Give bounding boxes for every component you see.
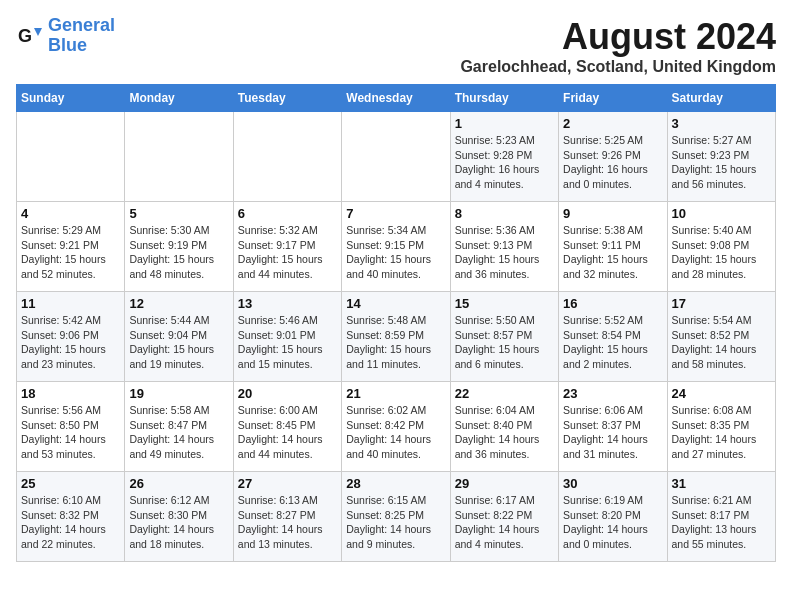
day-number: 25 — [21, 476, 120, 491]
day-info: Sunrise: 5:38 AM Sunset: 9:11 PM Dayligh… — [563, 223, 662, 282]
day-number: 28 — [346, 476, 445, 491]
day-cell: 2Sunrise: 5:25 AM Sunset: 9:26 PM Daylig… — [559, 112, 667, 202]
day-number: 29 — [455, 476, 554, 491]
svg-text:G: G — [18, 26, 32, 46]
day-info: Sunrise: 5:34 AM Sunset: 9:15 PM Dayligh… — [346, 223, 445, 282]
svg-marker-1 — [34, 28, 42, 36]
logo-icon: G — [16, 22, 44, 50]
day-number: 15 — [455, 296, 554, 311]
day-number: 21 — [346, 386, 445, 401]
col-saturday: Saturday — [667, 85, 775, 112]
day-cell: 6Sunrise: 5:32 AM Sunset: 9:17 PM Daylig… — [233, 202, 341, 292]
month-title: August 2024 — [460, 16, 776, 58]
day-number: 4 — [21, 206, 120, 221]
col-monday: Monday — [125, 85, 233, 112]
day-number: 22 — [455, 386, 554, 401]
day-cell: 25Sunrise: 6:10 AM Sunset: 8:32 PM Dayli… — [17, 472, 125, 562]
day-cell: 24Sunrise: 6:08 AM Sunset: 8:35 PM Dayli… — [667, 382, 775, 472]
day-info: Sunrise: 6:08 AM Sunset: 8:35 PM Dayligh… — [672, 403, 771, 462]
header: G General Blue August 2024 Garelochhead,… — [16, 16, 776, 76]
day-cell — [125, 112, 233, 202]
day-number: 2 — [563, 116, 662, 131]
day-cell: 4Sunrise: 5:29 AM Sunset: 9:21 PM Daylig… — [17, 202, 125, 292]
day-cell: 8Sunrise: 5:36 AM Sunset: 9:13 PM Daylig… — [450, 202, 558, 292]
day-cell: 16Sunrise: 5:52 AM Sunset: 8:54 PM Dayli… — [559, 292, 667, 382]
logo-line1: General — [48, 15, 115, 35]
title-area: August 2024 Garelochhead, Scotland, Unit… — [460, 16, 776, 76]
day-info: Sunrise: 5:42 AM Sunset: 9:06 PM Dayligh… — [21, 313, 120, 372]
day-info: Sunrise: 6:15 AM Sunset: 8:25 PM Dayligh… — [346, 493, 445, 552]
day-cell: 22Sunrise: 6:04 AM Sunset: 8:40 PM Dayli… — [450, 382, 558, 472]
day-number: 12 — [129, 296, 228, 311]
day-info: Sunrise: 5:40 AM Sunset: 9:08 PM Dayligh… — [672, 223, 771, 282]
day-cell — [17, 112, 125, 202]
day-info: Sunrise: 5:46 AM Sunset: 9:01 PM Dayligh… — [238, 313, 337, 372]
day-info: Sunrise: 5:50 AM Sunset: 8:57 PM Dayligh… — [455, 313, 554, 372]
day-cell: 15Sunrise: 5:50 AM Sunset: 8:57 PM Dayli… — [450, 292, 558, 382]
day-number: 19 — [129, 386, 228, 401]
day-number: 14 — [346, 296, 445, 311]
logo-line2: Blue — [48, 35, 87, 55]
day-number: 23 — [563, 386, 662, 401]
calendar-table: Sunday Monday Tuesday Wednesday Thursday… — [16, 84, 776, 562]
day-info: Sunrise: 6:02 AM Sunset: 8:42 PM Dayligh… — [346, 403, 445, 462]
week-row-5: 25Sunrise: 6:10 AM Sunset: 8:32 PM Dayli… — [17, 472, 776, 562]
day-info: Sunrise: 5:58 AM Sunset: 8:47 PM Dayligh… — [129, 403, 228, 462]
day-info: Sunrise: 5:44 AM Sunset: 9:04 PM Dayligh… — [129, 313, 228, 372]
day-cell: 11Sunrise: 5:42 AM Sunset: 9:06 PM Dayli… — [17, 292, 125, 382]
col-friday: Friday — [559, 85, 667, 112]
day-number: 6 — [238, 206, 337, 221]
day-info: Sunrise: 6:00 AM Sunset: 8:45 PM Dayligh… — [238, 403, 337, 462]
day-number: 31 — [672, 476, 771, 491]
day-number: 3 — [672, 116, 771, 131]
week-row-1: 1Sunrise: 5:23 AM Sunset: 9:28 PM Daylig… — [17, 112, 776, 202]
day-cell: 1Sunrise: 5:23 AM Sunset: 9:28 PM Daylig… — [450, 112, 558, 202]
day-cell: 10Sunrise: 5:40 AM Sunset: 9:08 PM Dayli… — [667, 202, 775, 292]
day-number: 8 — [455, 206, 554, 221]
day-info: Sunrise: 5:29 AM Sunset: 9:21 PM Dayligh… — [21, 223, 120, 282]
day-cell: 28Sunrise: 6:15 AM Sunset: 8:25 PM Dayli… — [342, 472, 450, 562]
day-cell: 18Sunrise: 5:56 AM Sunset: 8:50 PM Dayli… — [17, 382, 125, 472]
day-info: Sunrise: 6:19 AM Sunset: 8:20 PM Dayligh… — [563, 493, 662, 552]
day-cell: 27Sunrise: 6:13 AM Sunset: 8:27 PM Dayli… — [233, 472, 341, 562]
day-info: Sunrise: 5:56 AM Sunset: 8:50 PM Dayligh… — [21, 403, 120, 462]
day-cell: 14Sunrise: 5:48 AM Sunset: 8:59 PM Dayli… — [342, 292, 450, 382]
day-info: Sunrise: 5:27 AM Sunset: 9:23 PM Dayligh… — [672, 133, 771, 192]
day-cell: 5Sunrise: 5:30 AM Sunset: 9:19 PM Daylig… — [125, 202, 233, 292]
day-cell — [233, 112, 341, 202]
day-cell: 21Sunrise: 6:02 AM Sunset: 8:42 PM Dayli… — [342, 382, 450, 472]
day-info: Sunrise: 5:48 AM Sunset: 8:59 PM Dayligh… — [346, 313, 445, 372]
col-tuesday: Tuesday — [233, 85, 341, 112]
calendar-header: Sunday Monday Tuesday Wednesday Thursday… — [17, 85, 776, 112]
day-number: 16 — [563, 296, 662, 311]
day-number: 1 — [455, 116, 554, 131]
day-info: Sunrise: 5:23 AM Sunset: 9:28 PM Dayligh… — [455, 133, 554, 192]
day-info: Sunrise: 6:06 AM Sunset: 8:37 PM Dayligh… — [563, 403, 662, 462]
day-number: 5 — [129, 206, 228, 221]
day-info: Sunrise: 6:17 AM Sunset: 8:22 PM Dayligh… — [455, 493, 554, 552]
day-number: 27 — [238, 476, 337, 491]
location-title: Garelochhead, Scotland, United Kingdom — [460, 58, 776, 76]
day-cell: 3Sunrise: 5:27 AM Sunset: 9:23 PM Daylig… — [667, 112, 775, 202]
logo-text: General Blue — [48, 16, 115, 56]
day-number: 30 — [563, 476, 662, 491]
day-cell: 26Sunrise: 6:12 AM Sunset: 8:30 PM Dayli… — [125, 472, 233, 562]
day-number: 24 — [672, 386, 771, 401]
day-number: 18 — [21, 386, 120, 401]
day-cell — [342, 112, 450, 202]
day-number: 13 — [238, 296, 337, 311]
day-info: Sunrise: 5:32 AM Sunset: 9:17 PM Dayligh… — [238, 223, 337, 282]
day-number: 10 — [672, 206, 771, 221]
col-wednesday: Wednesday — [342, 85, 450, 112]
week-row-4: 18Sunrise: 5:56 AM Sunset: 8:50 PM Dayli… — [17, 382, 776, 472]
day-number: 26 — [129, 476, 228, 491]
day-info: Sunrise: 6:10 AM Sunset: 8:32 PM Dayligh… — [21, 493, 120, 552]
day-info: Sunrise: 6:12 AM Sunset: 8:30 PM Dayligh… — [129, 493, 228, 552]
day-number: 17 — [672, 296, 771, 311]
day-info: Sunrise: 6:04 AM Sunset: 8:40 PM Dayligh… — [455, 403, 554, 462]
day-number: 20 — [238, 386, 337, 401]
day-number: 11 — [21, 296, 120, 311]
day-info: Sunrise: 5:54 AM Sunset: 8:52 PM Dayligh… — [672, 313, 771, 372]
day-info: Sunrise: 5:52 AM Sunset: 8:54 PM Dayligh… — [563, 313, 662, 372]
header-row: Sunday Monday Tuesday Wednesday Thursday… — [17, 85, 776, 112]
